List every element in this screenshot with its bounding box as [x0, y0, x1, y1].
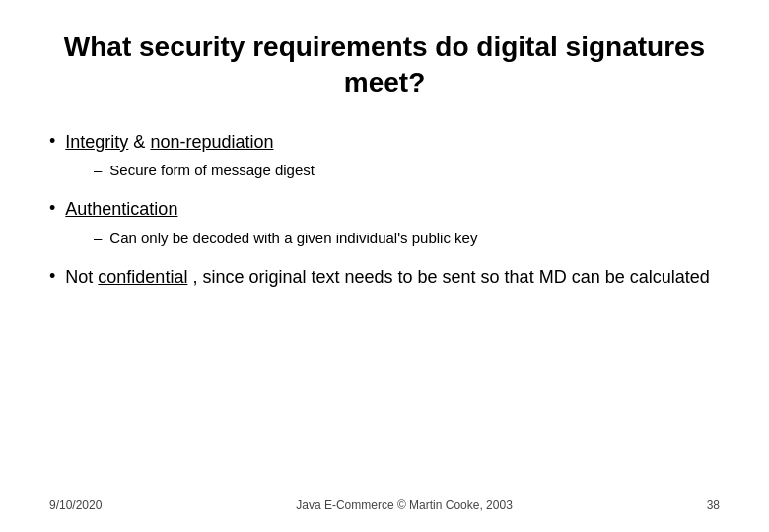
slide-footer: 9/10/2020 Java E-Commerce © Martin Cooke… — [49, 489, 720, 512]
sub-bullet-authentication-1: – Can only be decoded with a given indiv… — [94, 228, 720, 248]
bullet-main-confidential: • Not confidential , since original text… — [49, 266, 720, 289]
slide-title: What security requirements do digital si… — [49, 30, 720, 101]
confidential-rest: , since original text needs to be sent s… — [192, 267, 709, 287]
sub-text-authentication-1: Can only be decoded with a given individ… — [109, 228, 477, 248]
bullet-item-confidential: • Not confidential , since original text… — [49, 266, 720, 293]
sub-dash-2: – — [94, 228, 102, 248]
bullet-dot-2: • — [49, 198, 55, 219]
slide-content: • Integrity & non-repudiation – Secure f… — [49, 131, 720, 489]
footer-page: 38 — [707, 499, 720, 512]
bullet-text-authentication: Authentication — [65, 198, 177, 221]
bullet-text-integrity: Integrity & non-repudiation — [65, 131, 273, 154]
bullet-text-confidential: Not confidential , since original text n… — [65, 266, 709, 289]
bullet-item-authentication: • Authentication – Can only be decoded w… — [49, 198, 720, 249]
confidential-underline: confidential — [98, 267, 187, 287]
sub-text-integrity-1: Secure form of message digest — [109, 160, 315, 180]
bullet-item-integrity: • Integrity & non-repudiation – Secure f… — [49, 131, 720, 182]
non-repudiation-underline: non-repudiation — [150, 132, 273, 152]
bullet-main-authentication: • Authentication — [49, 198, 720, 221]
not-text: Not — [65, 267, 98, 287]
footer-date: 9/10/2020 — [49, 499, 102, 512]
footer-center: Java E-Commerce © Martin Cooke, 2003 — [296, 499, 513, 512]
sub-bullet-integrity-1: – Secure form of message digest — [94, 160, 720, 180]
integrity-underline: Integrity — [65, 132, 128, 152]
bullet-main-integrity: • Integrity & non-repudiation — [49, 131, 720, 154]
integrity-ampersand: & — [133, 132, 150, 152]
authentication-underline: Authentication — [65, 199, 177, 219]
bullet-dot-3: • — [49, 266, 55, 287]
slide: What security requirements do digital si… — [0, 0, 769, 532]
sub-dash-1: – — [94, 160, 102, 180]
bullet-dot-1: • — [49, 131, 55, 152]
